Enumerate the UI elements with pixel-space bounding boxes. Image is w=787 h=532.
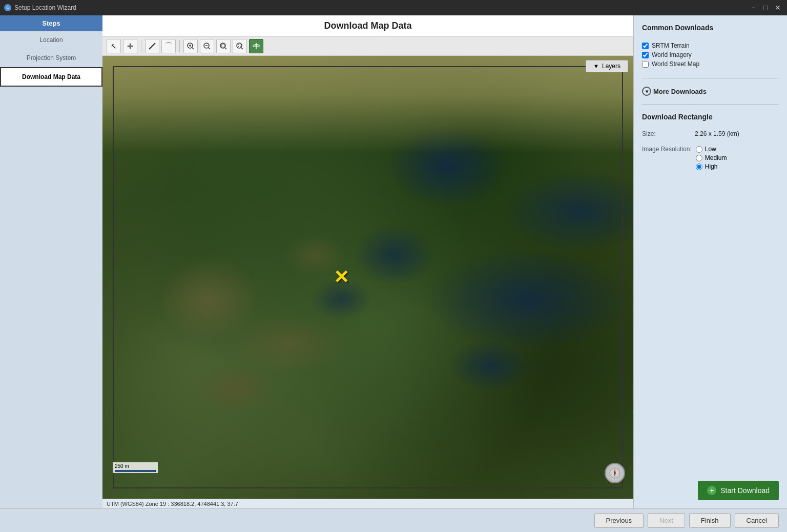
bottom-bar: Previous Next Finish Cancel bbox=[0, 508, 787, 532]
sidebar-item-download[interactable]: Download Map Data bbox=[0, 67, 102, 87]
radio-row-medium: Medium bbox=[696, 154, 727, 161]
tool-zoom-in[interactable] bbox=[183, 39, 198, 53]
radio-row-high: High bbox=[696, 163, 727, 170]
layers-button-label: Layers bbox=[602, 63, 620, 70]
status-text: UTM (WGS84) Zone 19 : 336818.2, 4748441.… bbox=[107, 501, 238, 507]
title-bar: ⚙ Setup Location Wizard − □ ✕ bbox=[0, 0, 787, 15]
svg-line-9 bbox=[209, 48, 210, 49]
resolution-high-label[interactable]: High bbox=[705, 163, 718, 170]
tool-measure[interactable] bbox=[145, 39, 159, 53]
size-row: Size: 2.26 x 1.59 (km) bbox=[642, 130, 779, 137]
toolbar-separator-2 bbox=[179, 40, 180, 52]
minimize-button[interactable]: − bbox=[748, 3, 758, 13]
sidebar-header: Steps bbox=[0, 15, 102, 31]
zoom-full-icon bbox=[236, 42, 244, 50]
app-icon: ⚙ bbox=[4, 4, 11, 11]
map-toolbar: ↖ ✛ ⌒ bbox=[102, 37, 633, 56]
svg-point-13 bbox=[237, 43, 242, 48]
window-controls: − □ ✕ bbox=[748, 3, 783, 13]
scale-text: 250 m bbox=[115, 463, 129, 469]
center-panel: Download Map Data ↖ ✛ ⌒ bbox=[102, 15, 633, 508]
size-label: Size: bbox=[642, 130, 691, 137]
panel-header: Download Map Data bbox=[102, 15, 633, 37]
map-top-light-area bbox=[102, 56, 633, 153]
finish-button[interactable]: Finish bbox=[689, 513, 731, 528]
previous-button[interactable]: Previous bbox=[594, 513, 644, 528]
layers-button[interactable]: ▼ Layers bbox=[586, 60, 628, 72]
world-street-label[interactable]: World Street Map bbox=[652, 60, 699, 68]
right-panel: Common Downloads SRTM Terrain World Imag… bbox=[633, 15, 787, 508]
resolution-high-radio[interactable] bbox=[696, 163, 702, 170]
map-area[interactable]: ▼ Layers ✕ 250 m bbox=[102, 56, 633, 499]
cancel-button[interactable]: Cancel bbox=[735, 513, 779, 528]
tool-select[interactable]: ↖ bbox=[107, 39, 121, 53]
download-rect-title: Download Rectangle bbox=[642, 113, 779, 121]
app-title: Setup Location Wizard bbox=[14, 4, 76, 11]
zoom-out-icon bbox=[203, 42, 211, 50]
tool-zoom-rect[interactable] bbox=[216, 39, 231, 53]
checkbox-row-srtm: SRTM Terrain bbox=[642, 42, 779, 49]
tool-zoom-out[interactable] bbox=[200, 39, 214, 53]
resolution-row: Image Resolution: Low Medium High bbox=[642, 146, 779, 170]
tool-zoom-full[interactable] bbox=[233, 39, 247, 53]
tool-add-layer[interactable] bbox=[249, 39, 263, 53]
size-value: 2.26 x 1.59 (km) bbox=[695, 130, 739, 137]
svg-line-2 bbox=[150, 47, 151, 48]
world-street-checkbox[interactable] bbox=[642, 61, 649, 68]
resolution-low-label[interactable]: Low bbox=[705, 146, 716, 153]
compass[interactable] bbox=[605, 463, 625, 483]
zoom-rect-icon bbox=[219, 42, 227, 50]
more-downloads-arrow: ▾ bbox=[642, 87, 651, 96]
more-downloads-toggle[interactable]: ▾ More Downloads bbox=[642, 87, 779, 96]
toolbar-separator-1 bbox=[141, 40, 141, 52]
add-layer-icon bbox=[252, 42, 260, 50]
sidebar-item-location[interactable]: Location bbox=[0, 31, 102, 49]
common-downloads-title: Common Downloads bbox=[642, 24, 779, 32]
plus-icon: + bbox=[707, 486, 716, 495]
panel-title: Download Map Data bbox=[324, 21, 411, 31]
tool-draw[interactable]: ⌒ bbox=[161, 39, 176, 53]
start-download-button[interactable]: + Start Download bbox=[698, 481, 779, 500]
more-downloads-label: More Downloads bbox=[653, 88, 707, 95]
srtm-checkbox[interactable] bbox=[642, 43, 649, 49]
close-button[interactable]: ✕ bbox=[773, 3, 783, 13]
common-downloads-list: SRTM Terrain World Imagery World Street … bbox=[642, 42, 779, 70]
divider-2 bbox=[642, 104, 779, 105]
start-download-label: Start Download bbox=[720, 486, 770, 495]
resolution-low-radio[interactable] bbox=[696, 146, 702, 153]
world-imagery-label[interactable]: World Imagery bbox=[652, 51, 692, 58]
ruler-icon bbox=[148, 42, 156, 50]
svg-line-14 bbox=[241, 48, 243, 49]
zoom-in-icon bbox=[187, 42, 195, 50]
radio-row-low: Low bbox=[696, 146, 727, 153]
status-bar: UTM (WGS84) Zone 19 : 336818.2, 4748441.… bbox=[102, 499, 633, 508]
resolution-radio-group: Low Medium High bbox=[696, 146, 727, 170]
srtm-label[interactable]: SRTM Terrain bbox=[652, 42, 690, 49]
divider-1 bbox=[642, 78, 779, 78]
resolution-medium-label[interactable]: Medium bbox=[705, 154, 727, 161]
checkbox-row-world-street: World Street Map bbox=[642, 60, 779, 68]
resolution-label: Image Resolution: bbox=[642, 146, 692, 153]
svg-rect-11 bbox=[221, 44, 224, 47]
checkbox-row-world-imagery: World Imagery bbox=[642, 51, 779, 58]
svg-line-6 bbox=[192, 48, 194, 49]
spacer bbox=[642, 178, 779, 475]
restore-button[interactable]: □ bbox=[760, 3, 771, 13]
scale-bar: 250 m bbox=[113, 462, 158, 473]
sidebar: Steps Location Projection System Downloa… bbox=[0, 15, 102, 508]
tool-pan[interactable]: ✛ bbox=[123, 39, 137, 53]
resolution-medium-radio[interactable] bbox=[696, 155, 702, 161]
map-background: ▼ Layers ✕ 250 m bbox=[102, 56, 633, 499]
sidebar-item-projection[interactable]: Projection System bbox=[0, 49, 102, 67]
map-marker: ✕ bbox=[334, 268, 349, 287]
svg-line-12 bbox=[225, 48, 226, 49]
compass-icon bbox=[609, 467, 621, 479]
title-bar-left: ⚙ Setup Location Wizard bbox=[4, 4, 76, 11]
main-content: Steps Location Projection System Downloa… bbox=[0, 15, 787, 508]
scale-bar-line bbox=[115, 470, 156, 472]
next-button[interactable]: Next bbox=[648, 513, 685, 528]
world-imagery-checkbox[interactable] bbox=[642, 52, 649, 58]
